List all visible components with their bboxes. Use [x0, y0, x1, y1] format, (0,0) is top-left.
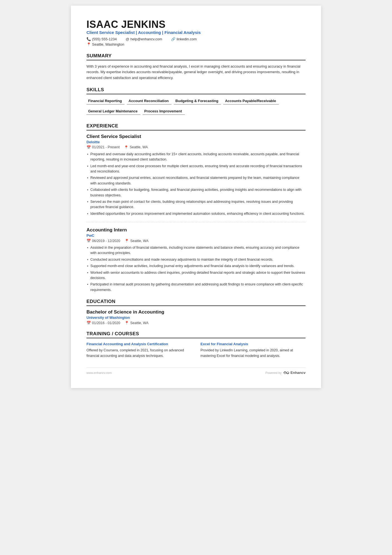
- job-2-dates: 06/2019 - 12/2020: [92, 239, 120, 243]
- skill-general-ledger: General Ledger Maintenance: [86, 108, 140, 115]
- enhancv-logo-icon: [283, 371, 289, 375]
- location-icon-1: 📍: [124, 145, 128, 149]
- candidate-name: ISAAC JENKINS: [86, 19, 306, 30]
- job-2-bullet-4: Worked with senior accountants to addres…: [86, 270, 306, 281]
- job-1-dates: 01/2021 - Present: [92, 145, 120, 149]
- job-2-bullet-2: Conducted account reconciliations and ma…: [86, 257, 306, 262]
- job-1-location: Seattle, WA: [130, 145, 148, 149]
- training-item-2: Excel for Financial Analysis Provided by…: [200, 342, 306, 359]
- calendar-icon-edu: 📅: [86, 321, 91, 325]
- location-text: Seattle, Washington: [92, 42, 124, 46]
- training-2-desc: Provided by LinkedIn Learning, completed…: [200, 348, 306, 359]
- phone-text: (555) 555-1234: [92, 37, 117, 41]
- summary-section: SUMMARY With 3 years of experience in ac…: [86, 53, 306, 81]
- job-1-title: Client Service Specialist: [86, 134, 306, 139]
- email-icon: @: [126, 37, 129, 41]
- footer-website: www.enhancv.com: [86, 371, 112, 374]
- training-heading: TRAINING / COURSES: [86, 331, 306, 338]
- job-2: Accounting Intern PwC 📅 06/2019 - 12/202…: [86, 227, 306, 293]
- job-1-bullet-6: Identified opportunities for process imp…: [86, 211, 306, 216]
- job-1-bullet-2: Led month-end and year-end close process…: [86, 164, 306, 174]
- job-1-company: Deloitte: [86, 140, 306, 144]
- training-item-1: Financial Accounting and Analysis Certif…: [86, 342, 192, 359]
- job-1-bullet-3: Reviewed and approved journal entries, a…: [86, 175, 306, 186]
- education-degree: Bachelor of Science in Accounting: [86, 309, 306, 315]
- location-row: 📍 Seattle, Washington: [86, 42, 306, 47]
- brand-name: Enhancv: [291, 371, 306, 375]
- job-1-bullet-4: Collaborated with clients for budgeting,…: [86, 187, 306, 198]
- phone-item: 📞 (555) 555-1234: [86, 37, 117, 41]
- skills-section: SKILLS Financial Reporting Account Recon…: [86, 87, 306, 117]
- summary-text: With 3 years of experience in accounting…: [86, 64, 306, 81]
- job-2-bullet-1: Assisted in the preparation of financial…: [86, 245, 306, 256]
- education-meta: 📅 01/2016 - 01/2020 📍 Seattle, WA: [86, 321, 306, 325]
- summary-heading: SUMMARY: [86, 53, 306, 60]
- education-institution: University of Washington: [86, 315, 306, 320]
- calendar-icon-2: 📅: [86, 239, 91, 243]
- education-heading: EDUCATION: [86, 299, 306, 306]
- job-divider: [86, 222, 306, 222]
- job-1-bullets: Prepared and oversaw daily accounting ac…: [86, 152, 306, 216]
- link-icon: 🔗: [171, 37, 175, 41]
- header-section: ISAAC JENKINS Client Service Specialist …: [86, 19, 306, 47]
- experience-section: EXPERIENCE Client Service Specialist Del…: [86, 123, 306, 293]
- candidate-title: Client Service Specialist | Accounting |…: [86, 30, 306, 35]
- linkedin-item: 🔗 linkedin.com: [171, 37, 197, 41]
- job-2-title: Accounting Intern: [86, 227, 306, 233]
- resume-page: ISAAC JENKINS Client Service Specialist …: [71, 6, 321, 388]
- skill-account-reconciliation: Account Reconciliation: [127, 98, 171, 105]
- linkedin-text: linkedin.com: [177, 37, 197, 41]
- job-2-meta: 📅 06/2019 - 12/2020 📍 Seattle, WA: [86, 239, 306, 243]
- job-2-bullets: Assisted in the preparation of financial…: [86, 245, 306, 293]
- email-text: help@enhancv.com: [130, 37, 162, 41]
- edu-dates: 01/2016 - 01/2020: [92, 321, 120, 325]
- skills-heading: SKILLS: [86, 87, 306, 94]
- skills-row-2: General Ledger Maintenance Process Impro…: [86, 108, 306, 117]
- job-1: Client Service Specialist Deloitte 📅 01/…: [86, 134, 306, 216]
- job-1-meta: 📅 01/2021 - Present 📍 Seattle, WA: [86, 145, 306, 149]
- job-2-dates-item: 📅 06/2019 - 12/2020: [86, 239, 120, 243]
- footer: www.enhancv.com Powered by Enhancv: [86, 367, 306, 375]
- location-item: 📍 Seattle, Washington: [86, 42, 124, 46]
- training-grid: Financial Accounting and Analysis Certif…: [86, 342, 306, 359]
- education-section: EDUCATION Bachelor of Science in Account…: [86, 299, 306, 325]
- job-1-dates-item: 📅 01/2021 - Present: [86, 145, 120, 149]
- calendar-icon-1: 📅: [86, 145, 91, 149]
- skills-row-1: Financial Reporting Account Reconciliati…: [86, 98, 306, 107]
- job-2-bullet-5: Participated in internal audit processes…: [86, 282, 306, 293]
- training-2-title: Excel for Financial Analysis: [200, 342, 306, 347]
- location-icon-2: 📍: [125, 239, 129, 243]
- edu-location-item: 📍 Seattle, WA: [125, 321, 148, 325]
- experience-heading: EXPERIENCE: [86, 123, 306, 130]
- skill-ap-ar: Accounts Payable/Receivable: [223, 98, 279, 105]
- location-icon-edu: 📍: [125, 321, 129, 325]
- location-icon: 📍: [86, 42, 91, 46]
- skill-budgeting: Budgeting & Forecasting: [174, 98, 221, 105]
- training-1-desc: Offered by Coursera, completed in 2021, …: [86, 348, 192, 359]
- skill-financial-reporting: Financial Reporting: [86, 98, 125, 105]
- contact-row: 📞 (555) 555-1234 @ help@enhancv.com 🔗 li…: [86, 37, 306, 42]
- enhancv-logo: Enhancv: [283, 371, 306, 375]
- job-2-location: Seattle, WA: [130, 239, 148, 243]
- email-item: @ help@enhancv.com: [126, 37, 162, 41]
- job-2-company: PwC: [86, 233, 306, 238]
- training-1-title: Financial Accounting and Analysis Certif…: [86, 342, 192, 347]
- powered-by-text: Powered by: [266, 371, 282, 374]
- edu-dates-item: 📅 01/2016 - 01/2020: [86, 321, 120, 325]
- phone-icon: 📞: [86, 37, 91, 41]
- job-2-location-item: 📍 Seattle, WA: [125, 239, 148, 243]
- training-section: TRAINING / COURSES Financial Accounting …: [86, 331, 306, 359]
- job-1-location-item: 📍 Seattle, WA: [124, 145, 148, 149]
- job-1-bullet-1: Prepared and oversaw daily accounting ac…: [86, 152, 306, 162]
- job-2-bullet-3: Supported month-end close activities, in…: [86, 263, 306, 269]
- footer-brand: Powered by Enhancv: [266, 371, 306, 375]
- edu-location: Seattle, WA: [130, 321, 148, 325]
- skills-container: Financial Reporting Account Reconciliati…: [86, 98, 306, 117]
- skill-process-improvement: Process Improvement: [143, 108, 185, 115]
- job-1-bullet-5: Served as the main point of contact for …: [86, 199, 306, 210]
